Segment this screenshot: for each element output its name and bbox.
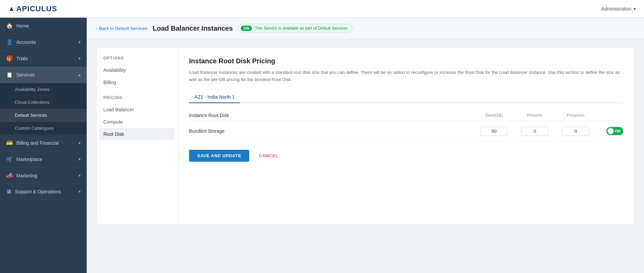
sidebar-item-cloud-collections[interactable]: Cloud Collections [0, 96, 87, 109]
right-panel-title: Instance Root Disk Pricing [189, 57, 623, 65]
sidebar-item-marketing[interactable]: 📣 Marketing ▾ [0, 167, 87, 184]
chevron-down-icon: ▾ [79, 173, 81, 178]
accounts-icon: 👤 [6, 39, 13, 45]
panel-item-billing[interactable]: Billing [97, 76, 178, 89]
sidebar-item-custom-catalogues[interactable]: Custom Catalogues [0, 122, 87, 135]
toggle-circle [608, 128, 614, 134]
toggle-label: ON [615, 129, 621, 133]
main-content: OPTIONS Availability Billing PRICING Loa… [87, 39, 644, 273]
marketplace-icon: 🛒 [6, 156, 13, 162]
left-panel: OPTIONS Availability Billing PRICING Loa… [97, 48, 178, 224]
sidebar-item-billing[interactable]: 💳 Billing and Financial ▾ [0, 135, 87, 151]
save-button[interactable]: SAVE AND UPDATE [189, 150, 249, 162]
options-section-title: OPTIONS [97, 56, 178, 64]
sidebar-item-default-services[interactable]: Default Services [0, 109, 87, 122]
marketing-icon: 📣 [6, 172, 13, 179]
content-area: ‹ Back to Default Services Load Balancer… [87, 18, 644, 273]
chevron-down-icon: ▾ [79, 157, 81, 162]
tab-az1-india-north[interactable]: AZ1 - India North 1 [189, 92, 240, 103]
chevron-down-icon: ▾ [79, 189, 81, 194]
chevron-down-icon: ▾ [633, 6, 636, 12]
sidebar-item-services-label: Services [16, 72, 35, 78]
size-input[interactable] [480, 127, 508, 136]
logo-icon: ▲ [8, 5, 15, 13]
chevron-down-icon: ▾ [79, 56, 81, 61]
col-size-header: Size(GB) [474, 113, 514, 118]
pricing-section-title: PRICING [97, 95, 178, 103]
sidebar-item-services[interactable]: 📋 Services ▴ [0, 67, 87, 83]
col-price-mo-header: Price/mo [555, 113, 596, 118]
sidebar-item-home[interactable]: 🏠 Home [0, 18, 87, 34]
price-mo-input-wrapper [555, 127, 596, 136]
row-label: Bundled Storage [189, 128, 474, 134]
sidebar-item-marketplace[interactable]: 🛒 Marketplace ▾ [0, 151, 87, 167]
sidebar-item-home-label: Home [16, 23, 29, 29]
pricing-table: Instance Root Disk Size(GB) Price/hr Pri… [189, 110, 623, 142]
price-mo-input[interactable] [562, 127, 589, 136]
trials-icon: 🎁 [6, 55, 13, 62]
services-submenu: Availability Zones Cloud Collections Def… [0, 83, 87, 135]
main-layout: 🏠 Home 👤 Accounts ▾ 🎁 Trials ▾ 📋 Service… [0, 18, 644, 273]
back-link-label: Back to Default Services [99, 26, 147, 31]
col-name-header: Instance Root Disk [189, 113, 474, 118]
sidebar-item-trials-label: Trials [16, 56, 28, 61]
sidebar-item-billing-label: Billing and Financial [16, 140, 59, 146]
sidebar-item-availability-zones[interactable]: Availability Zones [0, 83, 87, 96]
row-toggle-wrapper: ON [596, 127, 623, 135]
logo-text: APICULUS [16, 4, 57, 13]
table-row: Bundled Storage [189, 121, 623, 142]
price-hr-input-wrapper [514, 127, 555, 136]
content-card: OPTIONS Availability Billing PRICING Loa… [96, 47, 634, 224]
chevron-down-icon: ▾ [79, 141, 81, 145]
admin-label: Administration [601, 6, 631, 12]
price-hr-input[interactable] [521, 127, 548, 136]
admin-dropdown[interactable]: Administration ▾ [601, 6, 636, 12]
page-header: ‹ Back to Default Services Load Balancer… [87, 18, 644, 39]
service-badge: ON This Service is available as part of … [238, 24, 353, 33]
sidebar-item-marketplace-label: Marketplace [16, 157, 42, 162]
home-icon: 🏠 [6, 22, 13, 29]
panel-item-compute[interactable]: Compute [97, 116, 178, 128]
right-panel-description: Load Balancer Instances are created with… [189, 69, 623, 83]
sidebar-item-accounts[interactable]: 👤 Accounts ▾ [0, 34, 87, 50]
top-nav: ▲ APICULUS Administration ▾ [0, 0, 644, 18]
pricing-table-header: Instance Root Disk Size(GB) Price/hr Pri… [189, 110, 623, 121]
services-icon: 📋 [6, 71, 13, 78]
support-icon: 🖥 [6, 189, 12, 195]
sidebar-item-support-label: Support & Operations [15, 189, 61, 194]
billing-icon: 💳 [6, 140, 13, 146]
panel-item-availability[interactable]: Availability [97, 64, 178, 76]
col-price-hr-header: Price/hr [514, 113, 555, 118]
panel-item-load-balancer[interactable]: Load Balancer [97, 103, 178, 116]
sidebar-item-trials[interactable]: 🎁 Trials ▾ [0, 50, 87, 67]
sidebar-item-marketing-label: Marketing [16, 173, 37, 178]
logo: ▲ APICULUS [8, 4, 57, 13]
back-link[interactable]: ‹ Back to Default Services [96, 26, 147, 31]
page-title: Load Balancer Instances [153, 25, 233, 32]
right-panel: Instance Root Disk Pricing Load Balancer… [178, 48, 634, 224]
sidebar: 🏠 Home 👤 Accounts ▾ 🎁 Trials ▾ 📋 Service… [0, 18, 87, 273]
badge-text: This Service is available as part of Def… [255, 26, 348, 31]
panel-item-root-disk[interactable]: Root Disk [99, 128, 175, 140]
chevron-up-icon: ▴ [79, 73, 81, 77]
size-input-wrapper [474, 127, 514, 136]
chevron-down-icon: ▾ [79, 40, 81, 45]
chevron-left-icon: ‹ [96, 26, 98, 31]
sidebar-item-accounts-label: Accounts [16, 39, 36, 45]
button-row: SAVE AND UPDATE CANCEL [189, 142, 623, 162]
cancel-button[interactable]: CANCEL [252, 150, 285, 162]
row-toggle[interactable]: ON [606, 127, 624, 135]
tab-bar: AZ1 - India North 1 [189, 92, 623, 103]
badge-toggle[interactable]: ON [241, 26, 252, 31]
sidebar-item-support[interactable]: 🖥 Support & Operations ▾ [0, 184, 87, 200]
